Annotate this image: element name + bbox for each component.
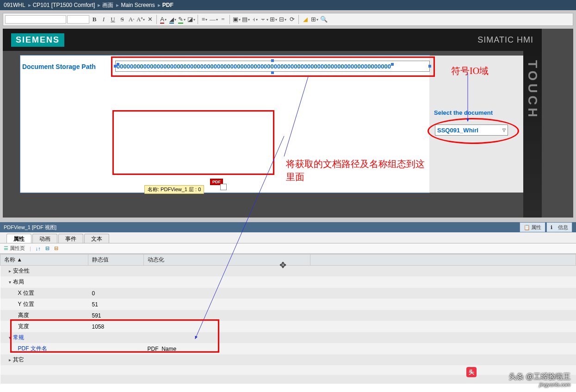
annotation-io-field: 符号IO域 [451,65,489,77]
bc-0[interactable]: 091WHL [4,2,25,8]
selected-element-title: PDFView_1 [PDF 视图] [4,224,56,231]
list-icon: ☰ [4,245,8,251]
bc-4[interactable]: PDF [162,2,173,8]
col-static[interactable]: 静态值 [88,255,144,266]
properties-side-tab[interactable]: 📋 属性 [520,222,545,232]
align-obj2-button[interactable]: ⫟ [260,15,268,24]
select-doc-dropdown[interactable]: SSQ091_Whirl ▽ [435,124,508,136]
tab-text[interactable]: 文本 [84,234,109,243]
line-color-button[interactable]: ✎ [178,15,186,24]
bring-front-button[interactable]: ▤ [242,15,250,24]
property-page-button[interactable]: ☰ 属性页 [4,245,25,252]
touch-sidebar: TOUCH [523,51,542,218]
breadcrumb: 091WHL▸ CP101 [TP1500 Comfort]▸ 画面▸ Main… [0,0,576,10]
strikethrough-button[interactable]: S [118,15,126,24]
doc-path-label: Document Storage Path [22,63,96,70]
table-row[interactable]: 常规 [0,332,576,343]
font-size-select[interactable] [67,15,89,24]
chevron-down-icon: ▽ [502,128,506,132]
properties-icon: 📋 [524,224,529,230]
col-spacer [310,255,576,266]
annotation-path-note: 将获取的文档路径及名称组态到这 里面 [286,157,425,183]
properties-grid[interactable]: 名称 ▲ 静态值 动态化 安全性布局X 位置0Y 位置51高度591宽度1058… [0,254,576,384]
dist-v-button[interactable]: ⊟ [279,15,287,24]
underline-button[interactable]: U [109,15,117,24]
toutiao-icon: 头 [466,367,477,377]
send-back-button[interactable]: ▣ [232,15,241,24]
col-dynamic[interactable]: 动态化 [144,255,310,266]
design-canvas[interactable]: SIEMENS SIMATIC HMI Document Storage Pat… [3,29,573,218]
bc-3[interactable]: Main Screens [121,2,155,8]
table-row[interactable]: 其它 [0,355,576,366]
font-family-select[interactable] [5,15,66,24]
simatic-label: SIMATIC HMI [477,35,533,45]
table-row[interactable]: 宽度1058 [0,321,576,332]
properties-tabs: 属性 动画 事件 文本 [0,232,576,243]
highlight-button[interactable]: ◢ [301,15,310,24]
table-row[interactable]: 布局 [0,277,576,288]
align-obj-button[interactable]: ⫞ [251,15,259,24]
fill-color-button[interactable]: ◢ [168,15,177,24]
table-row[interactable]: X 位置0 [0,288,576,299]
expand-button[interactable]: ⊟ [45,245,50,251]
font-color-button[interactable]: A [159,15,167,24]
hline-button[interactable]: — [210,15,218,24]
tab-properties[interactable]: 属性 [6,234,31,243]
select-doc-label: Select the document [434,109,493,116]
table-row[interactable]: PDF 文件名PDF_Name [0,343,576,355]
clear-format-button[interactable]: ✕ [146,15,154,24]
touch-label: TOUCH [525,60,540,120]
case-button[interactable]: Aª [136,15,145,24]
bc-1[interactable]: CP101 [TP1500 Comfort] [33,2,95,8]
select-doc-value: SSQ091_Whirl [437,127,478,134]
align-left-button[interactable]: ≡ [200,15,209,24]
info-side-tab[interactable]: ℹ 信息 [546,222,572,232]
dash-button[interactable]: = [219,15,227,24]
hmi-banner: SIEMENS SIMATIC HMI [3,29,542,51]
collapse-button[interactable]: ⊟ [54,245,58,251]
pdf-icon [220,184,227,190]
table-row[interactable]: 安全性 [0,266,576,277]
editor-workspace: B I U S A^ Aª ✕ A ◢ ✎ ◪ ≡ — = ▣ ▤ ⫞ ⫟ ⊞ … [0,10,576,222]
table-row[interactable]: 高度591 [0,310,576,321]
bc-2[interactable]: 画面 [102,1,113,9]
bold-button[interactable]: B [90,15,99,24]
col-name[interactable]: 名称 ▲ [0,255,88,266]
info-icon: ℹ [551,224,556,230]
doc-path-field[interactable]: 0000000000000000000000000000000000000000… [115,61,430,72]
superscript-button[interactable]: A^ [127,15,136,24]
tab-animation[interactable]: 动画 [32,234,57,243]
dist-h-button[interactable]: ⊞ [269,15,278,24]
properties-pane-title: PDFView_1 [PDF 视图] 📋 属性 ℹ 信息 [0,222,576,232]
siemens-logo: SIEMENS [11,33,64,47]
zoom-button[interactable]: 🔍 [320,15,328,24]
properties-mini-toolbar: ☰ 属性页 | ↓↑ ⊟ ⊟ [0,243,576,254]
grid-button[interactable]: ⊞ [310,15,319,24]
formatting-toolbar: B I U S A^ Aª ✕ A ◢ ✎ ◪ ≡ — = ▣ ▤ ⫞ ⫟ ⊞ … [3,13,573,26]
shadow-button[interactable]: ◪ [187,15,195,24]
sort-button[interactable]: ↓↑ [36,246,41,251]
rotate-button[interactable]: ⟳ [288,15,296,24]
tab-events[interactable]: 事件 [58,234,83,243]
element-name-tooltip: 名称: PDFView_1 层 : 0 [144,185,204,194]
properties-grid-container: 名称 ▲ 静态值 动态化 安全性布局X 位置0Y 位置51高度591宽度1058… [0,254,576,384]
italic-button[interactable]: I [99,15,108,24]
table-row[interactable]: Y 位置51 [0,299,576,310]
